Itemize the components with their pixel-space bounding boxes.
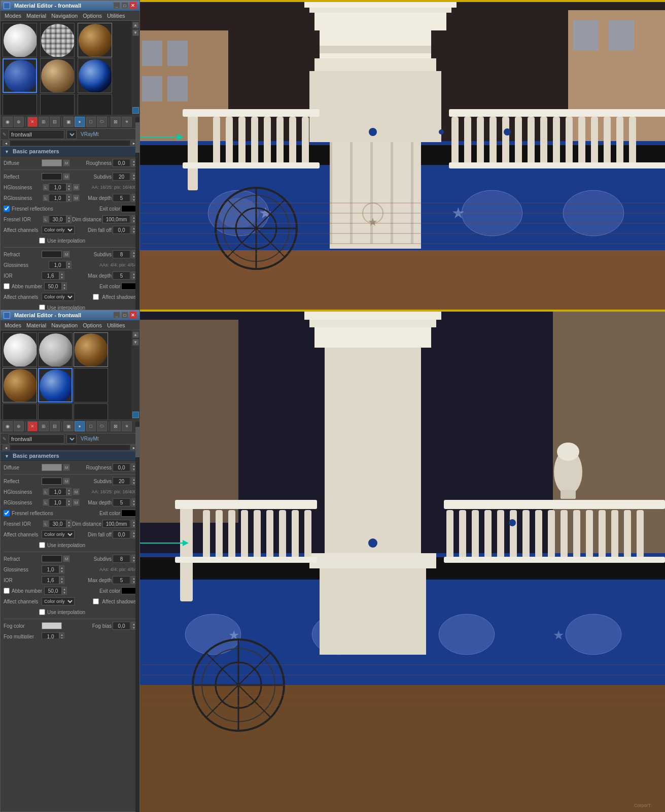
material-name-input-bottom[interactable] (9, 434, 64, 444)
roughness-input-bottom[interactable] (113, 463, 130, 471)
rgloss-spinner-bottom[interactable]: ▲▼ (66, 498, 72, 506)
dim-dist-input-top[interactable] (102, 215, 130, 223)
reflect-m-btn-bottom[interactable]: M (63, 478, 70, 485)
refract-exit-color-swatch-bottom[interactable] (121, 587, 136, 594)
affect-shadows-checkbox-bottom[interactable] (93, 598, 99, 604)
diffuse-m-btn-top[interactable]: M (63, 159, 70, 166)
mat-slot-4-bottom[interactable] (3, 368, 37, 402)
scroll-left-bottom[interactable]: ◄ (3, 445, 10, 450)
rgloss-m-btn-top[interactable]: M (73, 194, 80, 201)
tool-sample-bottom[interactable]: ◉ (3, 421, 13, 431)
tool-light-bottom[interactable]: ☀ (122, 421, 132, 431)
hgloss-spinner-bottom[interactable]: ▲▼ (66, 488, 72, 496)
vscroll-thumb-top[interactable] (135, 122, 139, 153)
fresnel-ior-l-btn-bottom[interactable]: L (43, 520, 49, 527)
hgloss-m-btn-bottom[interactable]: M (73, 488, 80, 495)
side-btn-2-bottom[interactable]: ▼ (132, 339, 139, 346)
menu-modes-bottom[interactable]: Modes (3, 322, 23, 329)
params-scroll-top[interactable]: Diffuse M Roughness ▲▼ Reflect M Subdivs (1, 156, 139, 334)
use-interp-checkbox-bottom[interactable] (39, 542, 45, 548)
mat-slot-7-top[interactable] (3, 94, 37, 115)
mat-slot-9-top[interactable] (78, 94, 112, 115)
fresnel-ior-input-top[interactable] (49, 215, 66, 223)
mat-slot-5-bottom[interactable] (38, 368, 73, 402)
subdivs-input-bottom[interactable] (113, 477, 130, 485)
roughness-input-top[interactable] (113, 159, 130, 167)
side-btn-1-bottom[interactable]: ▲ (132, 331, 139, 338)
vscrollbar-bottom[interactable] (135, 422, 139, 812)
diffuse-swatch-top[interactable] (42, 159, 62, 166)
hgloss-input-top[interactable] (49, 183, 66, 191)
menu-options-top[interactable]: Options (81, 12, 104, 19)
mat-slot-6-bottom[interactable] (74, 368, 108, 402)
abbe-spinner-bottom[interactable]: ▲▼ (62, 587, 67, 595)
color-picker-bottom[interactable] (132, 412, 139, 418)
refract-swatch-top[interactable] (42, 251, 62, 258)
params-scroll-bottom[interactable]: Diffuse M Roughness ▲▼ Reflect M Subdivs (1, 461, 139, 638)
mat-slot-8-top[interactable] (40, 94, 75, 115)
reflect-swatch-bottom[interactable] (42, 478, 62, 485)
tool-box-top[interactable]: □ (86, 117, 96, 127)
hgloss-l-btn-bottom[interactable]: L (43, 488, 49, 495)
hgloss-spinner-top[interactable]: ▲▼ (66, 183, 72, 191)
reflect-m-btn-top[interactable]: M (63, 173, 70, 180)
tool-cylinder-bottom[interactable]: ⬭ (97, 421, 107, 431)
name-dropdown-bottom[interactable]: ▼ (66, 434, 77, 444)
refract-use-interp-checkbox-bottom[interactable] (39, 609, 45, 615)
abbe-input-top[interactable] (44, 282, 62, 290)
tool-sphere-bottom[interactable]: ● (75, 421, 85, 431)
refract-gloss-input-bottom[interactable] (42, 565, 59, 573)
dim-falloff-input-bottom[interactable] (113, 530, 130, 538)
fog-mult-spinner-bottom[interactable]: ▲▼ (59, 632, 64, 638)
fog-mult-input-bottom[interactable] (42, 632, 59, 638)
refract-affect-channels-dropdown-top[interactable]: Color only (42, 293, 75, 301)
mat-slot-1-top[interactable] (3, 23, 37, 57)
abbe-checkbox-bottom[interactable] (4, 588, 10, 594)
affect-channels-dropdown-bottom[interactable]: Color only (42, 530, 75, 538)
mat-slot-7-bottom[interactable] (3, 403, 37, 419)
abbe-checkbox-top[interactable] (4, 283, 10, 289)
refract-maxdepth-input-bottom[interactable] (113, 576, 130, 584)
ior-input-bottom[interactable] (42, 576, 59, 584)
rgloss-l-btn-top[interactable]: L (43, 194, 49, 201)
refract-gloss-spinner-bottom[interactable]: ▲▼ (59, 565, 64, 573)
tool-bg-top[interactable]: ⊠ (111, 117, 121, 127)
minimize-btn-bottom[interactable]: _ (113, 312, 120, 319)
side-btn-2-top[interactable]: ▼ (132, 29, 139, 36)
mat-slot-4-top[interactable] (3, 58, 37, 93)
menu-material-bottom[interactable]: Material (24, 322, 48, 329)
affect-shadows-checkbox-top[interactable] (93, 294, 99, 300)
tool-bg-bottom[interactable]: ⊠ (111, 421, 121, 431)
tool-paste-bottom[interactable]: ⊟ (50, 421, 60, 431)
refract-subdivs-input-bottom[interactable] (113, 555, 130, 563)
abbe-input-bottom[interactable] (44, 587, 62, 595)
rgloss-l-btn-bottom[interactable]: L (43, 499, 49, 506)
menu-options-bottom[interactable]: Options (81, 322, 104, 329)
fresnel-ior-spinner-bottom[interactable]: ▲▼ (66, 520, 72, 528)
rgloss-input-bottom[interactable] (49, 498, 66, 506)
dim-falloff-input-top[interactable] (113, 226, 130, 234)
tool-delete-top[interactable]: ✕ (27, 117, 38, 127)
close-btn-top[interactable]: ✕ (129, 2, 136, 9)
rgloss-input-top[interactable] (49, 194, 66, 202)
ior-spinner-top[interactable]: ▲▼ (59, 272, 64, 280)
tool-pick-top[interactable]: ⊕ (14, 117, 24, 127)
tool-paste-top[interactable]: ⊟ (50, 117, 60, 127)
fresnel-ior-l-btn-top[interactable]: L (43, 216, 49, 223)
tool-light-top[interactable]: ☀ (122, 117, 132, 127)
color-picker-top[interactable] (132, 107, 139, 114)
dim-dist-input-bottom[interactable] (102, 520, 130, 528)
mat-slot-2-bottom[interactable] (38, 332, 73, 367)
fog-color-swatch-bottom[interactable] (42, 622, 62, 629)
menu-modes-top[interactable]: Modes (3, 12, 23, 19)
minimize-btn-top[interactable]: _ (113, 2, 120, 9)
scroll-left-top[interactable]: ◄ (3, 141, 10, 146)
fresnel-checkbox-bottom[interactable] (4, 510, 10, 516)
abbe-spinner-top[interactable]: ▲▼ (62, 282, 67, 290)
mat-slot-8-bottom[interactable] (38, 403, 73, 419)
affect-channels-dropdown-top[interactable]: Color only (42, 226, 75, 234)
menu-utilities-top[interactable]: Utilities (105, 12, 127, 19)
tool-sphere-top[interactable]: ● (75, 117, 85, 127)
mat-slot-9-bottom[interactable] (74, 403, 108, 419)
section-basic-bottom[interactable]: ▼ Basic parameters (1, 451, 139, 461)
